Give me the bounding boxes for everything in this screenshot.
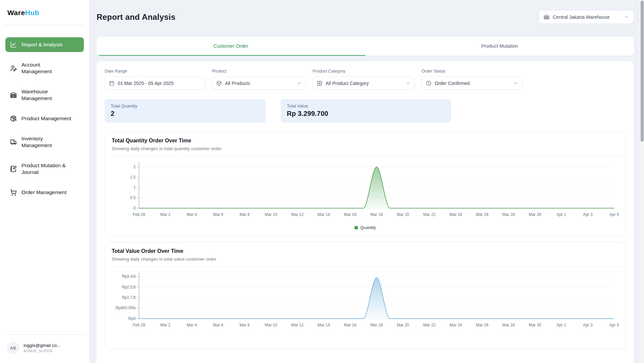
chevron-down-icon (624, 14, 629, 19)
svg-text:Feb 28: Feb 28 (133, 212, 145, 217)
sidebar-item-label: Report & Analysis (21, 41, 62, 48)
svg-text:Mar 12: Mar 12 (291, 212, 304, 217)
sidebar-item-label: Product Mutation & Journal (21, 162, 66, 176)
warehouse-selector[interactable]: Central Jakarta Warehouse (539, 10, 634, 24)
svg-text:Mar 6: Mar 6 (213, 212, 223, 217)
quantity-chart: 00.511.52Feb 28Mar 2Mar 4Mar 6Mar 8Mar 1… (107, 161, 624, 221)
svg-text:Mar 6: Mar 6 (213, 322, 223, 327)
sidebar-item-label: Account Management (21, 61, 52, 75)
svg-text:Apr 3: Apr 3 (583, 212, 593, 217)
svg-text:Mar 28: Mar 28 (502, 322, 515, 327)
truck-icon (10, 139, 17, 145)
warehouse-icon (10, 92, 17, 98)
total-value-card: Total Value Rp 3.299.700 (281, 99, 451, 123)
svg-text:0.5: 0.5 (130, 195, 136, 200)
svg-text:Mar 28: Mar 28 (502, 212, 515, 217)
order-status-value: Order Confirmed (435, 81, 510, 86)
svg-text:Mar 4: Mar 4 (187, 212, 197, 217)
chart-subtitle: Showing daily changes in total value cus… (112, 257, 619, 262)
filter-label: Date Range (105, 69, 205, 74)
line-chart-icon (10, 41, 17, 48)
page-title: Report and Analysis (97, 12, 175, 22)
legend-swatch-quantity (355, 226, 358, 229)
sidebar-item-inventory-management[interactable]: Inventory Management (5, 131, 84, 153)
chart-plot-area: Rp0Rp850.0RbRp1.7JtRp2.5JtRp3.4JtFeb 28M… (105, 267, 626, 331)
value-chart: Rp0Rp850.0RbRp1.7JtRp2.5JtRp3.4JtFeb 28M… (107, 271, 624, 331)
product-category-select[interactable]: All Product Category (313, 77, 415, 90)
svg-text:Apr 5: Apr 5 (609, 322, 619, 327)
chart-plot-area: 00.511.52Feb 28Mar 2Mar 4Mar 6Mar 8Mar 1… (105, 156, 626, 221)
page-header: Report and Analysis Central Jakarta Ware… (97, 10, 634, 24)
chart-title: Total Quantity Order Over Time (112, 138, 619, 144)
svg-text:1: 1 (133, 185, 136, 190)
avatar: AS (7, 342, 19, 354)
logo-hub: Hub (25, 9, 39, 16)
filter-product: Product All Products (212, 69, 306, 90)
svg-text:1.5: 1.5 (130, 175, 136, 180)
product-category-value: All Product Category (326, 81, 402, 86)
filter-label: Product Category (313, 69, 415, 74)
sidebar-footer: AS inggis@gmail.co... ADMIN_SUPER (5, 326, 84, 357)
chevron-down-icon (297, 81, 302, 86)
svg-text:Rp0: Rp0 (128, 316, 136, 321)
svg-text:Apr 5: Apr 5 (609, 212, 619, 217)
legend-label-quantity: Quantity (360, 225, 376, 230)
date-range-value: 01 Mar 2025 - 05 Apr 2025 (118, 81, 201, 86)
tabbar: Customer Order Product Mutation (97, 37, 634, 56)
sidebar-item-label: Inventory Management (21, 135, 52, 149)
sidebar-item-product-management[interactable]: Product Management (5, 111, 84, 126)
notebook-pen-icon (10, 166, 17, 172)
logo-ware: Ware (7, 9, 25, 16)
sidebar-item-report-analysis[interactable]: Report & Analysis (5, 37, 84, 52)
total-quantity-card: Total Quantity 2 (105, 99, 266, 123)
tab-product-mutation[interactable]: Product Mutation (365, 37, 634, 56)
chart-header: Total Quantity Order Over Time Showing d… (105, 132, 626, 156)
user-email: inggis@gmail.co... (23, 343, 61, 348)
svg-text:Mar 26: Mar 26 (476, 212, 488, 217)
svg-text:Mar 12: Mar 12 (291, 322, 304, 327)
sidebar-item-account-management[interactable]: Account Management (5, 57, 84, 79)
product-select-value: All Products (225, 81, 293, 86)
user-profile[interactable]: AS inggis@gmail.co... ADMIN_SUPER (5, 335, 84, 357)
tab-customer-order[interactable]: Customer Order (97, 37, 365, 56)
sidebar-nav: Report & Analysis Account Management War… (5, 37, 84, 200)
svg-text:Mar 20: Mar 20 (397, 212, 409, 217)
sidebar-item-order-management[interactable]: Order Management (5, 185, 84, 200)
sidebar-item-label: Product Management (21, 115, 71, 122)
svg-text:Rp3.4Jt: Rp3.4Jt (122, 274, 136, 279)
svg-text:Mar 14: Mar 14 (318, 322, 330, 327)
svg-text:Apr 1: Apr 1 (557, 322, 567, 327)
grid-icon (317, 81, 322, 86)
product-select[interactable]: All Products (212, 77, 306, 90)
svg-text:Apr 3: Apr 3 (583, 322, 593, 327)
svg-text:0: 0 (133, 206, 136, 211)
app-logo: WareHub (5, 9, 84, 17)
sidebar: WareHub Report & Analysis Account Manage… (0, 0, 89, 363)
svg-text:Mar 8: Mar 8 (239, 322, 250, 327)
scrollbar-thumb[interactable] (641, 1, 644, 142)
date-range-input[interactable]: 01 Mar 2025 - 05 Apr 2025 (105, 77, 205, 90)
clock-icon (426, 81, 431, 86)
stats-row: Total Quantity 2 Total Value Rp 3.299.70… (105, 99, 626, 123)
svg-text:Rp850.0Rb: Rp850.0Rb (115, 306, 136, 310)
svg-text:Mar 20: Mar 20 (397, 322, 409, 327)
chevron-down-icon (513, 81, 518, 86)
quantity-chart-card: Total Quantity Order Over Time Showing d… (105, 131, 626, 236)
package-search-icon (10, 115, 17, 122)
order-status-select[interactable]: Order Confirmed (422, 77, 522, 90)
svg-text:Mar 8: Mar 8 (239, 212, 250, 217)
svg-text:Feb 28: Feb 28 (133, 322, 145, 327)
svg-text:Mar 10: Mar 10 (265, 322, 277, 327)
svg-text:Apr 1: Apr 1 (557, 212, 567, 217)
svg-text:2: 2 (133, 165, 136, 169)
sidebar-item-warehouse-management[interactable]: Warehouse Management (5, 84, 84, 106)
svg-text:Mar 30: Mar 30 (529, 212, 541, 217)
filter-label: Order Status (422, 69, 522, 74)
main-content: Report and Analysis Central Jakarta Ware… (89, 0, 644, 363)
svg-text:Mar 30: Mar 30 (529, 322, 541, 327)
svg-text:Mar 16: Mar 16 (344, 322, 357, 327)
warehouse-selector-value: Central Jakarta Warehouse (553, 14, 621, 20)
package-icon (216, 81, 222, 86)
sidebar-item-product-mutation-journal[interactable]: Product Mutation & Journal (5, 158, 84, 180)
total-value-value: Rp 3.299.700 (287, 110, 445, 118)
